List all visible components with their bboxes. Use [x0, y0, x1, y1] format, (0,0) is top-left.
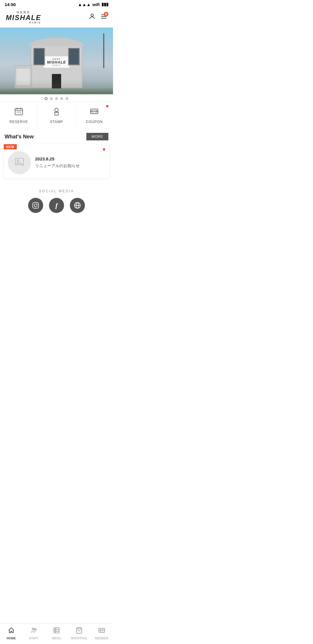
- logo-paris: PARIS: [6, 21, 41, 24]
- hero-building-image: GENS MISHALE PARIS: [0, 28, 113, 94]
- instagram-button[interactable]: [28, 198, 43, 213]
- svg-point-23: [17, 160, 19, 162]
- news-notification-dot: [103, 148, 105, 151]
- header: GENS MISHALE PARIS N: [0, 8, 113, 28]
- menu-button[interactable]: N: [100, 13, 107, 22]
- svg-point-18: [91, 111, 93, 112]
- website-button[interactable]: [70, 198, 85, 213]
- reserve-button[interactable]: RESERVE: [0, 102, 38, 128]
- svg-point-14: [55, 108, 58, 112]
- coupon-button[interactable]: COUPON: [76, 102, 113, 128]
- notification-badge: N: [104, 12, 108, 17]
- news-card-0[interactable]: NEW 2023.8.25 リニューアルのお知らせ: [3, 144, 110, 179]
- profile-button[interactable]: [89, 13, 96, 22]
- facebook-button[interactable]: f: [49, 198, 64, 213]
- carousel-dot-2[interactable]: [50, 97, 53, 100]
- stamp-button[interactable]: STAMP: [38, 102, 75, 128]
- reserve-icon: [14, 107, 23, 118]
- wifi-icon: wifi: [92, 2, 100, 7]
- reserve-label: RESERVE: [10, 120, 28, 124]
- whats-new-title: What's New: [5, 134, 34, 140]
- thumbnail-placeholder-icon: [14, 157, 25, 169]
- coupon-icon: [90, 107, 99, 118]
- svg-point-0: [91, 14, 93, 16]
- quick-actions: RESERVE STAMP COUPON: [0, 102, 113, 128]
- whats-new-header: What's New MORE: [0, 128, 113, 144]
- coupon-notification-dot: [106, 105, 108, 107]
- new-badge: NEW: [4, 144, 17, 149]
- logo-mishale: MISHALE: [6, 14, 41, 21]
- coupon-label: COUPON: [86, 120, 103, 124]
- header-actions: N: [89, 13, 107, 22]
- stamp-label: STAMP: [50, 120, 63, 124]
- svg-rect-24: [33, 202, 39, 208]
- svg-rect-15: [55, 112, 58, 115]
- news-content: 2023.8.25 リニューアルのお知らせ: [35, 154, 105, 169]
- carousel-dot-4[interactable]: [60, 97, 63, 100]
- carousel-dot-5[interactable]: [65, 97, 68, 100]
- social-title: SOCIAL MEDIA: [5, 189, 108, 193]
- svg-point-19: [96, 111, 97, 112]
- carousel-dots: [0, 94, 113, 102]
- stamp-icon: [52, 107, 61, 118]
- carousel-dot-1[interactable]: [45, 97, 48, 100]
- more-button[interactable]: MORE: [86, 133, 108, 140]
- signal-icon: ▲▲▲: [78, 2, 91, 7]
- social-icons: f: [5, 198, 108, 213]
- time: 14:50: [5, 2, 16, 7]
- hero-image: GENS MISHALE PARIS: [0, 28, 113, 94]
- status-bar: 14:50 ▲▲▲ wifi ▮▮▮: [0, 0, 113, 8]
- svg-point-26: [37, 204, 38, 204]
- logo-text: GENS MISHALE PARIS: [6, 10, 41, 24]
- logo: GENS MISHALE PARIS: [6, 10, 41, 24]
- news-date: 2023.8.25: [35, 156, 105, 161]
- svg-point-25: [34, 204, 37, 207]
- news-text: リニューアルのお知らせ: [35, 163, 105, 169]
- battery-icon: ▮▮▮: [101, 2, 108, 7]
- carousel-dot-3[interactable]: [55, 97, 58, 100]
- social-media-section: SOCIAL MEDIA f: [0, 183, 113, 219]
- news-thumbnail: [8, 151, 31, 174]
- status-icons: ▲▲▲ wifi ▮▮▮: [78, 2, 108, 7]
